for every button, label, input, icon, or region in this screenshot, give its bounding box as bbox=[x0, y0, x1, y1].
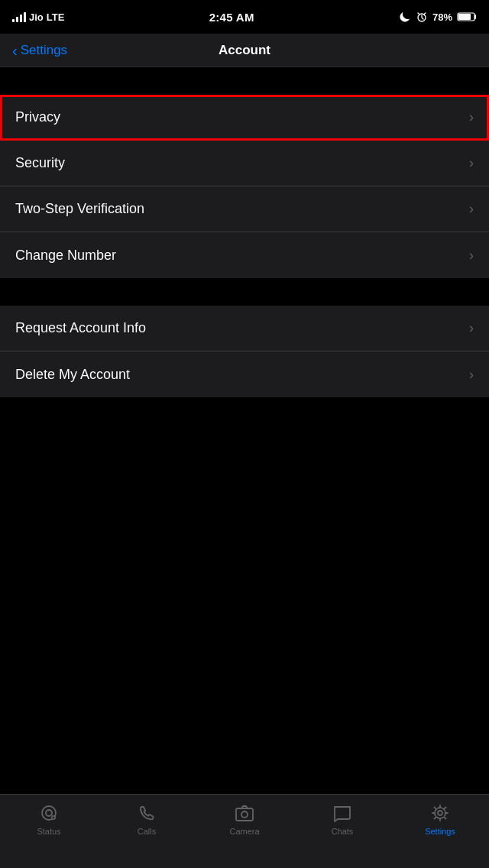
privacy-label: Privacy bbox=[15, 109, 60, 125]
settings-tab-label: Settings bbox=[425, 827, 455, 836]
status-time: 2:45 AM bbox=[209, 11, 254, 24]
camera-tab-icon bbox=[234, 802, 255, 824]
menu-section-2: Request Account Info › Delete My Account… bbox=[0, 306, 489, 397]
menu-item-privacy[interactable]: Privacy › bbox=[0, 95, 489, 141]
svg-point-12 bbox=[241, 811, 248, 818]
chats-tab-icon bbox=[332, 802, 353, 824]
security-chevron-icon: › bbox=[469, 155, 474, 171]
signal-bar-4 bbox=[24, 12, 26, 22]
calls-tab-label: Calls bbox=[138, 827, 156, 836]
moon-icon bbox=[399, 11, 411, 23]
battery-icon bbox=[457, 11, 477, 22]
tab-chats[interactable]: Chats bbox=[293, 802, 391, 836]
status-right: 78% bbox=[399, 11, 477, 23]
settings-tab-icon bbox=[429, 802, 451, 824]
request-info-chevron-icon: › bbox=[469, 320, 474, 336]
menu-item-request-info[interactable]: Request Account Info › bbox=[0, 306, 489, 351]
signal-bars bbox=[12, 11, 26, 22]
security-label: Security bbox=[15, 155, 65, 171]
network-type: LTE bbox=[47, 11, 65, 23]
status-left: Jio LTE bbox=[12, 11, 64, 23]
menu-item-delete-account[interactable]: Delete My Account › bbox=[0, 351, 489, 397]
svg-point-13 bbox=[438, 811, 442, 815]
camera-tab-label: Camera bbox=[229, 827, 259, 836]
tab-calls[interactable]: Calls bbox=[98, 802, 196, 836]
page-title: Account bbox=[219, 43, 270, 58]
two-step-chevron-icon: › bbox=[469, 201, 474, 217]
nav-bar: ‹ Settings Account bbox=[0, 34, 489, 67]
alarm-icon bbox=[416, 11, 428, 23]
change-number-chevron-icon: › bbox=[469, 248, 474, 264]
svg-point-7 bbox=[46, 810, 52, 816]
menu-section-1: Privacy › Security › Two-Step Verificati… bbox=[0, 95, 489, 278]
svg-rect-4 bbox=[458, 14, 471, 20]
signal-bar-2 bbox=[16, 17, 18, 22]
back-chevron-icon: ‹ bbox=[12, 43, 18, 58]
status-bar: Jio LTE 2:45 AM 78% bbox=[0, 0, 489, 34]
svg-point-10 bbox=[53, 817, 54, 818]
tab-bar: Status Calls Camera Chats bbox=[0, 794, 489, 868]
change-number-label: Change Number bbox=[15, 248, 116, 264]
request-info-label: Request Account Info bbox=[15, 320, 146, 336]
back-label[interactable]: Settings bbox=[21, 43, 67, 58]
signal-bar-1 bbox=[12, 19, 15, 22]
battery-percent: 78% bbox=[432, 11, 452, 23]
carrier-label: Jio bbox=[29, 11, 44, 23]
delete-account-label: Delete My Account bbox=[15, 367, 130, 383]
status-tab-label: Status bbox=[37, 827, 60, 836]
svg-line-1 bbox=[418, 13, 420, 15]
back-button[interactable]: ‹ Settings bbox=[12, 43, 67, 58]
menu-item-security[interactable]: Security › bbox=[0, 141, 489, 186]
tab-status[interactable]: Status bbox=[0, 802, 98, 836]
svg-point-9 bbox=[53, 817, 55, 819]
section-gap-top bbox=[0, 67, 489, 95]
svg-line-2 bbox=[423, 13, 426, 15]
menu-item-change-number[interactable]: Change Number › bbox=[0, 232, 489, 278]
status-tab-icon bbox=[38, 802, 60, 824]
chats-tab-label: Chats bbox=[332, 827, 354, 836]
two-step-label: Two-Step Verification bbox=[15, 201, 144, 217]
menu-item-two-step[interactable]: Two-Step Verification › bbox=[0, 186, 489, 232]
calls-tab-icon bbox=[136, 802, 157, 824]
svg-point-14 bbox=[435, 808, 445, 818]
delete-account-chevron-icon: › bbox=[469, 367, 474, 383]
tab-camera[interactable]: Camera bbox=[196, 802, 293, 836]
signal-bar-3 bbox=[20, 15, 22, 22]
tab-settings[interactable]: Settings bbox=[391, 802, 489, 836]
section-gap-middle bbox=[0, 278, 489, 306]
privacy-chevron-icon: › bbox=[469, 109, 474, 125]
svg-rect-11 bbox=[236, 808, 253, 821]
